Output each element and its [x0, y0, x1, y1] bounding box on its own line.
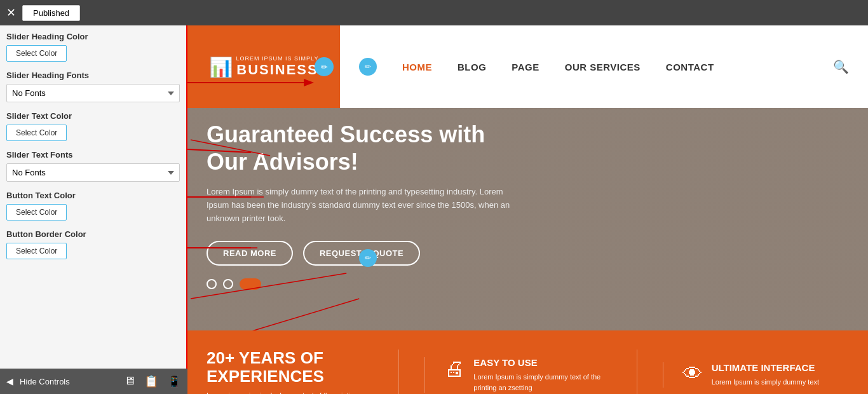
- ultimate-text-block: ULTIMATE INTERFACE Lorem Ipsum is simply…: [712, 362, 819, 388]
- nav-link-contact[interactable]: CONTACT: [666, 62, 714, 72]
- ultimate-sub: Lorem Ipsum is simply dummy text: [712, 377, 819, 388]
- logo-content: 📊 LOREM IPSUM IS SIMPLY BUSINESS: [209, 55, 319, 78]
- search-icon[interactable]: 🔍: [833, 59, 849, 74]
- slider-heading-fonts-label: Slider Heading Fonts: [6, 71, 180, 80]
- nav-links-container: ✏ HOME BLOG PAGE OUR SERVICES CONTACT 🔍: [340, 25, 868, 108]
- slider-text-fonts-label: Slider Text Fonts: [6, 150, 180, 160]
- slider-text-color-group: Slider Text Color Select Color: [6, 111, 180, 141]
- slider-text-color-button[interactable]: Select Color: [6, 125, 67, 141]
- slider-dot-1[interactable]: [207, 279, 217, 289]
- years-sub: Lorem ipsum is simply dummy text of the …: [207, 390, 373, 394]
- hero-title: Guaranteed Success with Our Advisors!: [207, 121, 528, 175]
- slider-text-color-label: Slider Text Color: [6, 111, 180, 121]
- easy-use-title: EASY TO USE: [473, 357, 611, 368]
- hide-controls-button[interactable]: Hide Controls: [20, 377, 70, 386]
- easy-use-text-block: EASY TO USE Lorem Ipsum is simply dummy …: [473, 357, 611, 393]
- slider-heading-color-group: Slider Heading Color Select Color: [6, 32, 180, 62]
- logo-text-big: BUSINESS: [236, 62, 319, 78]
- bottom-section: 20+ YEARS OF EXPERIENCES Lorem ipsum is …: [187, 330, 868, 394]
- website-preview: ') no-repeat center/cover;"> 📊 LOREM IPS…: [187, 25, 868, 394]
- slider-oval[interactable]: [240, 278, 261, 290]
- divider-1: [398, 350, 399, 394]
- easy-use-sub: Lorem Ipsum is simply dummy text of the …: [473, 372, 611, 393]
- close-icon[interactable]: ✕: [6, 6, 16, 20]
- ultimate-title: ULTIMATE INTERFACE: [712, 362, 819, 373]
- slider-dot-2[interactable]: [223, 279, 233, 289]
- printer-icon: 🖨: [444, 357, 465, 381]
- bottom-bar: ◀ Hide Controls 🖥 📋 📱: [0, 369, 187, 394]
- tablet-view-icon[interactable]: 📋: [144, 374, 158, 388]
- hero-text: Lorem Ipsum is simply dummy text of the …: [207, 186, 528, 225]
- view-icons: 🖥 📋 📱: [124, 374, 181, 388]
- edit-hero-icon[interactable]: ✏: [359, 249, 377, 267]
- nav-link-our-services[interactable]: OUR SERVICES: [565, 62, 641, 72]
- button-border-color-label: Button Border Color: [6, 229, 180, 239]
- button-text-color-group: Button Text Color Select Color: [6, 191, 180, 221]
- main-layout: Slider Heading Color Select Color Slider…: [0, 25, 868, 394]
- chevron-left-icon: ◀: [6, 376, 13, 386]
- nav-bar: 📊 LOREM IPSUM IS SIMPLY BUSINESS ✏: [187, 25, 868, 108]
- logo-text-small: LOREM IPSUM IS SIMPLY: [236, 55, 319, 62]
- mobile-view-icon[interactable]: 📱: [167, 374, 181, 388]
- slider-heading-fonts-select[interactable]: No Fonts: [6, 84, 180, 102]
- nav-link-blog[interactable]: BLOG: [458, 62, 486, 72]
- button-border-color-group: Button Border Color Select Color: [6, 229, 180, 259]
- button-border-color-button[interactable]: Select Color: [6, 243, 67, 259]
- edit-nav-icon[interactable]: ✏: [359, 58, 377, 76]
- svg-line-9: [191, 299, 359, 330]
- easy-use-feature: 🖨 EASY TO USE Lorem Ipsum is simply dumm…: [424, 357, 611, 393]
- nav-link-page[interactable]: PAGE: [512, 62, 539, 72]
- slider-heading-color-button[interactable]: Select Color: [6, 45, 67, 62]
- slider-dots: [207, 278, 528, 290]
- divider-2: [637, 350, 637, 394]
- slider-text-fonts-select[interactable]: No Fonts: [6, 163, 180, 182]
- hero-section: ') no-repeat center/cover;"> 📊 LOREM IPS…: [187, 25, 868, 330]
- slider-heading-color-label: Slider Heading Color: [6, 32, 180, 41]
- years-feature: 20+ YEARS OF EXPERIENCES Lorem ipsum is …: [207, 349, 373, 394]
- slider-heading-fonts-group: Slider Heading Fonts No Fonts: [6, 71, 180, 102]
- ultimate-feature: 👁 ULTIMATE INTERFACE Lorem Ipsum is simp…: [663, 362, 849, 388]
- edit-logo-icon[interactable]: ✏: [315, 57, 334, 76]
- button-text-color-button[interactable]: Select Color: [6, 204, 67, 221]
- nav-link-home[interactable]: HOME: [402, 62, 432, 72]
- years-title: 20+ YEARS OF EXPERIENCES: [207, 349, 373, 385]
- eye-icon: 👁: [682, 362, 703, 386]
- left-panel: Slider Heading Color Select Color Slider…: [0, 25, 187, 394]
- slider-text-fonts-group: Slider Text Fonts No Fonts: [6, 150, 180, 182]
- top-bar: ✕ Published: [0, 0, 868, 25]
- button-text-color-label: Button Text Color: [6, 191, 180, 200]
- preview-area: ') no-repeat center/cover;"> 📊 LOREM IPS…: [187, 25, 868, 394]
- desktop-view-icon[interactable]: 🖥: [124, 374, 135, 388]
- read-more-button[interactable]: READ MORE: [207, 241, 293, 266]
- published-button[interactable]: Published: [22, 5, 80, 21]
